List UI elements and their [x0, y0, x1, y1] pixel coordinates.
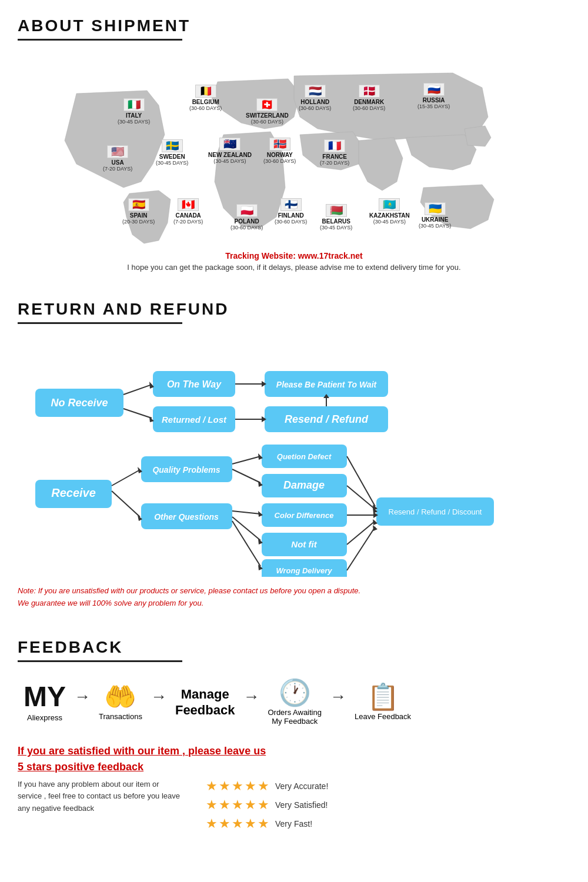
- stars-2: ★★★★★: [206, 797, 270, 813]
- hope-text: I hope you can get the package soon, if …: [0, 263, 588, 272]
- svg-text:Color Difference: Color Difference: [275, 511, 334, 520]
- arrow-2: →: [151, 687, 167, 706]
- svg-line-44: [232, 469, 260, 483]
- my-logo: MY: [24, 683, 66, 711]
- flag-holland: 🇳🇱: [305, 85, 326, 98]
- flag-poland: 🇵🇱: [236, 204, 258, 217]
- flag-france: 🇫🇷: [324, 139, 345, 152]
- flag-canada: 🇨🇦: [178, 198, 199, 211]
- bottom-row: If you have any problem about our item o…: [18, 779, 570, 831]
- flag-denmark: 🇩🇰: [359, 85, 380, 98]
- svg-text:Receive: Receive: [51, 486, 96, 499]
- flag-spain: 🇪🇸: [128, 198, 149, 211]
- country-russia: 🇷🇺 RUSSIA (15-35 DAYS): [417, 83, 450, 109]
- stars-1: ★★★★★: [206, 779, 270, 794]
- star-label-2: Very Satisfied!: [275, 800, 328, 810]
- shipment-divider: [18, 39, 182, 41]
- flag-belarus: 🇧🇾: [326, 204, 347, 217]
- feedback-flow: MY Aliexpress → 🤲 Transactions → ManageF…: [0, 668, 588, 737]
- svg-line-38: [112, 470, 140, 486]
- feedback-section: FEEDBACK MY Aliexpress → 🤲 Transactions …: [0, 622, 588, 841]
- flag-ukraine: 🇺🇦: [425, 202, 446, 215]
- country-newzealand: 🇳🇿 NEW ZEALAND (30-45 DAYS): [208, 138, 252, 164]
- world-map: 🇮🇹 ITALY (30-45 DAYS) 🇧🇪 BELGIUM (30-60 …: [41, 46, 547, 246]
- arrow-4: →: [330, 687, 346, 706]
- clipboard-icon: 📋: [367, 684, 399, 710]
- feedback-title: FEEDBACK: [0, 627, 588, 660]
- clock-icon: 🕐: [279, 680, 311, 706]
- star-row-1: ★★★★★ Very Accurate!: [206, 779, 328, 794]
- svg-text:Returned / Lost: Returned / Lost: [162, 415, 227, 425]
- orders-label: Orders AwaitingMy Feedback: [268, 708, 322, 726]
- star-row-2: ★★★★★ Very Satisfied!: [206, 797, 328, 813]
- stars-3: ★★★★★: [206, 816, 270, 831]
- svg-line-42: [232, 456, 260, 464]
- feedback-step-transactions: 🤲 Transactions: [99, 684, 142, 721]
- country-kazakhstan: 🇰🇿 KAZAKHSTAN (30-45 DAYS): [369, 198, 410, 225]
- feedback-divider: [18, 660, 182, 662]
- svg-text:Quetion Defect: Quetion Defect: [277, 452, 332, 461]
- svg-text:Not fit: Not fit: [291, 539, 317, 549]
- leave-feedback-label: Leave Feedback: [355, 712, 411, 721]
- country-italy: 🇮🇹 ITALY (30-45 DAYS): [118, 98, 150, 125]
- country-poland: 🇵🇱 POLAND (30-60 DAYS): [230, 204, 263, 230]
- svg-line-12: [123, 385, 152, 395]
- country-denmark: 🇩🇰 DENMARK (30-60 DAYS): [353, 85, 385, 111]
- satisfied-text: If you are satisfied with our item , ple…: [18, 743, 570, 775]
- country-ukraine: 🇺🇦 UKRAINE (30-45 DAYS): [419, 202, 451, 229]
- star-label-3: Very Fast!: [275, 819, 312, 828]
- refund-title: RETURN AND REFUND: [0, 289, 588, 322]
- country-belgium: 🇧🇪 BELGIUM (30-60 DAYS): [189, 85, 222, 111]
- svg-text:Damage: Damage: [283, 479, 325, 491]
- flag-kazakhstan: 🇰🇿: [379, 198, 400, 211]
- refund-section: RETURN AND REFUND No Receive On The Way …: [0, 283, 588, 622]
- country-switzerland: 🇨🇭 SWITZERLAND (30-60 DAYS): [246, 98, 289, 125]
- country-sweden: 🇸🇪 SWEDEN (30-45 DAYS): [156, 139, 188, 166]
- country-canada: 🇨🇦 CANADA (7-20 DAYS): [173, 198, 203, 225]
- svg-text:Quality Problems: Quality Problems: [152, 465, 220, 475]
- svg-text:On The Way: On The Way: [167, 379, 222, 389]
- country-france: 🇫🇷 FRANCE (7-20 DAYS): [320, 139, 349, 166]
- star-row-3: ★★★★★ Very Fast!: [206, 816, 328, 831]
- svg-line-40: [112, 491, 140, 517]
- bottom-description: If you have any problem about our item o…: [18, 779, 182, 831]
- tracking-text: Tracking Website: www.17track.net: [0, 251, 588, 260]
- svg-line-14: [123, 409, 152, 418]
- shipment-title: ABOUT SHIPMENT: [0, 6, 588, 39]
- manage-feedback-text: ManageFeedback: [175, 687, 235, 718]
- svg-line-50: [232, 521, 260, 566]
- feedback-step-aliexpress: MY Aliexpress: [24, 683, 66, 722]
- transactions-label: Transactions: [99, 712, 142, 721]
- flag-norway: 🇳🇴: [269, 138, 290, 151]
- svg-marker-61: [373, 525, 377, 531]
- svg-text:Wrong Delivery: Wrong Delivery: [276, 566, 332, 575]
- flag-finland: 🇫🇮: [280, 198, 302, 211]
- flag-italy: 🇮🇹: [123, 98, 145, 111]
- country-finland: 🇫🇮 FINLAND (30-60 DAYS): [275, 198, 307, 225]
- country-holland: 🇳🇱 HOLLAND (30-60 DAYS): [299, 85, 331, 111]
- note-text: Note: If you are unsatisfied with our pr…: [18, 585, 570, 610]
- flag-usa: 🇺🇸: [107, 145, 128, 158]
- svg-text:Other Questions: Other Questions: [154, 512, 219, 522]
- svg-text:Resend / Refund / Discount: Resend / Refund / Discount: [389, 507, 482, 516]
- feedback-step-manage: ManageFeedback: [175, 687, 235, 718]
- flag-belgium: 🇧🇪: [195, 85, 216, 98]
- flag-russia: 🇷🇺: [423, 83, 445, 96]
- svg-text:No Receive: No Receive: [51, 397, 108, 409]
- country-spain: 🇪🇸 SPAIN (20-30 DAYS): [122, 198, 155, 225]
- svg-text:Please Be Patient To Wait: Please Be Patient To Wait: [276, 380, 377, 389]
- arrow-3: →: [243, 687, 259, 706]
- refund-divider: [18, 322, 182, 324]
- svg-text:Resend / Refund: Resend / Refund: [285, 413, 369, 425]
- flag-newzealand: 🇳🇿: [219, 138, 240, 151]
- flowchart-svg: No Receive On The Way Please Be Patient …: [18, 330, 570, 577]
- flowchart-container: No Receive On The Way Please Be Patient …: [18, 330, 570, 579]
- arrow-1: →: [74, 687, 91, 706]
- country-belarus: 🇧🇾 BELARUS (30-45 DAYS): [320, 204, 352, 230]
- svg-line-46: [232, 511, 260, 514]
- transactions-icon: 🤲: [104, 684, 136, 710]
- star-label-1: Very Accurate!: [275, 781, 328, 791]
- feedback-step-orders: 🕐 Orders AwaitingMy Feedback: [268, 680, 322, 726]
- shipment-section: ABOUT SHIPMENT: [0, 0, 588, 283]
- svg-line-54: [347, 486, 375, 509]
